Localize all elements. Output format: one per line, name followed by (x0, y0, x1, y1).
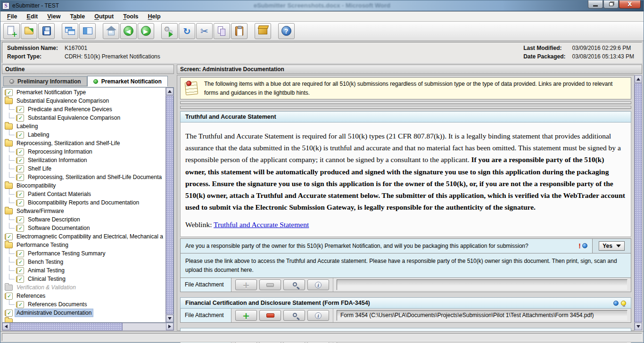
attachment-path-field[interactable]: Form 3454 (C:\Users\PLA\Documents\Projec… (337, 310, 627, 321)
tree-item[interactable]: Patient Contact Materials (2, 190, 165, 198)
tree-item[interactable]: References (2, 292, 165, 300)
save-button[interactable] (38, 23, 55, 39)
menu-help[interactable]: Help (143, 12, 165, 21)
tree-item[interactable]: Software/Firmware (2, 207, 165, 215)
menu-view[interactable]: View (42, 12, 65, 21)
scroll-left-button[interactable] (2, 323, 10, 330)
split-view-button[interactable] (79, 23, 96, 39)
copy-button[interactable] (214, 23, 230, 39)
tree-item[interactable]: Substantial Equivalence Comparison (2, 97, 165, 105)
tree-item[interactable]: Clinical Testing (2, 275, 165, 283)
scroll-up-button[interactable] (635, 75, 642, 83)
tree-item[interactable]: Predicate and Reference Devices (2, 105, 165, 114)
view-attachment-button[interactable] (283, 310, 305, 321)
tree-connector (9, 265, 15, 271)
answer-dropdown[interactable]: Yes (599, 241, 625, 251)
content-vertical-scrollbar[interactable] (634, 75, 642, 331)
checked-icon (16, 268, 24, 274)
tree-item[interactable]: Shelf Life (2, 164, 165, 173)
menu-tools[interactable]: Tools (118, 12, 143, 21)
home-button[interactable] (103, 23, 119, 39)
tree-item[interactable] (2, 317, 165, 322)
tree-item[interactable]: Performance Testing (2, 241, 165, 249)
tree-item[interactable]: Bench Testing (2, 258, 165, 266)
tree-item[interactable]: Reprocessing, Sterilization and Shelf-Li… (2, 139, 165, 147)
tree-item[interactable]: Administrative Documentation (2, 309, 165, 317)
tree-item[interactable]: Reprocessing, Sterilization and Shelf-Li… (2, 173, 165, 181)
tree-item[interactable]: Sterilization Information (2, 156, 165, 164)
tree-item[interactable]: Labeling (2, 122, 165, 131)
tree-horizontal-scrollbar[interactable] (2, 323, 174, 331)
back-arrow-icon: ◀ (123, 25, 134, 37)
checked-icon (16, 225, 24, 231)
lightbulb-icon[interactable] (621, 301, 626, 306)
tree-item[interactable]: Software Documentation (2, 224, 165, 232)
cascade-windows-button[interactable] (62, 23, 78, 39)
attachment-info-button[interactable]: i (307, 310, 329, 321)
splitter-bar[interactable] (180, 106, 631, 109)
tree-item[interactable]: Performance Testing Summary (2, 249, 165, 258)
tree-item-label: Software/Firmware (15, 207, 66, 215)
tree-item[interactable]: Biocompatibility (2, 181, 165, 190)
section-header-label: Truthful and Accurate Statement (185, 114, 276, 120)
tree-connector (9, 172, 15, 178)
tree-item[interactable]: Labeling (2, 131, 165, 139)
new-document-button[interactable]: + (3, 23, 20, 39)
restore-button[interactable] (603, 0, 619, 8)
tree-item[interactable]: Software Description (2, 215, 165, 224)
scrollbar-thumb[interactable] (10, 323, 123, 331)
minimize-button[interactable] (588, 0, 603, 8)
menu-file[interactable]: File (2, 12, 22, 21)
tree-item-label: Reprocessing Information (26, 148, 94, 155)
magnifier-icon (293, 313, 297, 317)
add-attachment-button-disabled[interactable]: + (235, 279, 257, 290)
checked-icon (16, 132, 24, 138)
menu-output[interactable]: Output (90, 12, 118, 21)
truthful-file-attachment-row: File Attachment + i (180, 278, 631, 292)
checked-icon (5, 293, 13, 299)
back-button[interactable]: ◀ (120, 23, 137, 39)
tree-item[interactable]: Biocompatibility Reports and Documentati… (2, 198, 165, 207)
close-button[interactable]: X (619, 0, 641, 8)
scrollbar-thumb[interactable] (166, 96, 173, 314)
forward-button[interactable]: ▶ (138, 23, 154, 39)
tree-item[interactable]: Substantial Equivalence Comparison (2, 114, 165, 122)
attachment-path-field[interactable] (337, 279, 627, 290)
scroll-down-button[interactable] (166, 315, 173, 322)
menu-edit[interactable]: Edit (22, 12, 43, 21)
tree-item[interactable]: Reprocessing Information (2, 147, 165, 156)
open-button[interactable] (21, 23, 37, 39)
remove-attachment-button-disabled[interactable] (259, 279, 281, 290)
scrollbar-thumb[interactable] (635, 83, 642, 322)
checked-icon (5, 234, 13, 240)
run-process-button[interactable]: ⚙⚙ (161, 23, 178, 39)
tree-item[interactable]: References Documents (2, 300, 165, 309)
view-attachment-button[interactable] (283, 279, 305, 290)
outline-tabs: Preliminary Information Premarket Notifi… (2, 75, 174, 87)
scroll-right-button[interactable] (166, 323, 173, 330)
arrow-up-icon (168, 88, 172, 93)
tab-preliminary-information[interactable]: Preliminary Information (3, 76, 87, 86)
checked-icon (16, 276, 24, 282)
checked-icon (16, 251, 24, 257)
attachment-info-button[interactable]: i (307, 279, 329, 290)
tree-item[interactable]: Verification & Validation (2, 283, 165, 292)
paste-button[interactable] (231, 23, 248, 39)
scroll-up-button[interactable] (166, 88, 173, 95)
tree-item[interactable]: Animal Testing (2, 266, 165, 275)
tree-item-label: Animal Testing (26, 267, 66, 274)
add-attachment-button[interactable]: + (235, 310, 257, 321)
scroll-down-button[interactable] (635, 323, 642, 330)
tree-item[interactable]: Electromagnetic Compatibility and Electr… (2, 232, 165, 241)
truthful-statement-link[interactable]: Truthful and Accurate Statement (214, 220, 309, 229)
remove-attachment-button[interactable] (259, 310, 281, 321)
splitter-bar[interactable] (180, 101, 631, 104)
menu-table[interactable]: Table (65, 12, 90, 21)
tree-vertical-scrollbar[interactable] (165, 88, 173, 322)
package-button[interactable] (255, 23, 271, 39)
refresh-button[interactable]: ↻ (179, 23, 195, 39)
cut-button[interactable]: ✂ (196, 23, 213, 39)
help-button[interactable]: ? (278, 23, 295, 39)
tree-item[interactable]: Premarket Notification Type (2, 88, 165, 97)
tab-premarket-notification[interactable]: Premarket Notification (87, 76, 168, 87)
